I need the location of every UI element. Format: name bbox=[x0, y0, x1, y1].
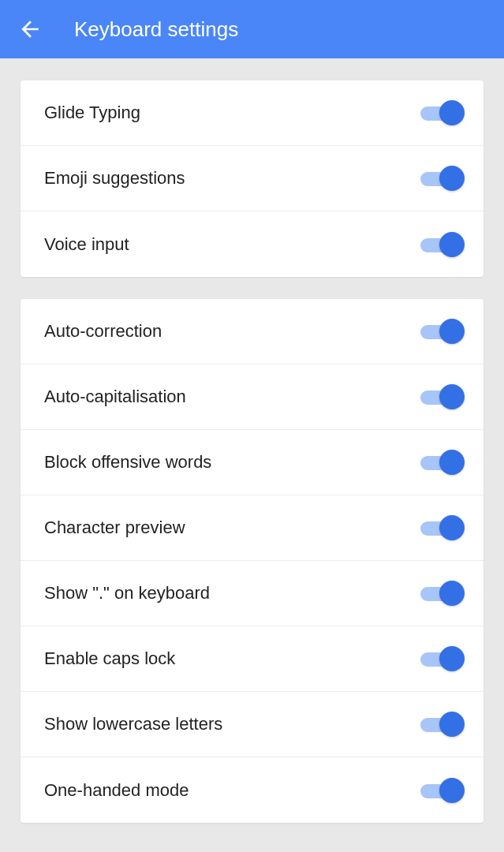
back-button[interactable] bbox=[16, 15, 44, 43]
toggle-emoji-suggestions[interactable] bbox=[420, 166, 465, 191]
setting-row-one-handed-mode[interactable]: One-handed mode bbox=[21, 757, 483, 823]
toggle-thumb bbox=[439, 166, 465, 191]
setting-row-voice-input[interactable]: Voice input bbox=[21, 211, 483, 277]
setting-label: Glide Typing bbox=[44, 103, 140, 123]
settings-group-2: Auto-correction Auto-capitalisation Bloc… bbox=[21, 299, 483, 823]
setting-label: Auto-capitalisation bbox=[44, 387, 186, 407]
toggle-glide-typing[interactable] bbox=[420, 100, 465, 125]
toggle-thumb bbox=[439, 319, 465, 344]
toggle-thumb bbox=[439, 778, 465, 803]
setting-row-emoji-suggestions[interactable]: Emoji suggestions bbox=[21, 146, 483, 211]
setting-label: Character preview bbox=[44, 518, 185, 538]
setting-label: Show lowercase letters bbox=[44, 714, 222, 734]
setting-label: Auto-correction bbox=[44, 321, 162, 342]
setting-row-show-dot[interactable]: Show "." on keyboard bbox=[21, 561, 483, 626]
toggle-voice-input[interactable] bbox=[420, 232, 465, 257]
app-header: Keyboard settings bbox=[0, 0, 504, 58]
setting-label: One-handed mode bbox=[44, 780, 189, 801]
toggle-block-offensive-words[interactable] bbox=[420, 450, 465, 475]
toggle-show-lowercase-letters[interactable] bbox=[420, 712, 465, 737]
back-arrow-icon bbox=[17, 17, 43, 42]
setting-row-show-lowercase-letters[interactable]: Show lowercase letters bbox=[21, 692, 483, 757]
setting-row-character-preview[interactable]: Character preview bbox=[21, 495, 483, 561]
setting-label: Voice input bbox=[44, 234, 129, 255]
toggle-character-preview[interactable] bbox=[420, 515, 465, 540]
toggle-show-dot[interactable] bbox=[420, 581, 465, 606]
toggle-thumb bbox=[439, 515, 465, 540]
toggle-thumb bbox=[439, 100, 465, 125]
setting-label: Show "." on keyboard bbox=[44, 583, 210, 604]
toggle-thumb bbox=[439, 581, 465, 606]
setting-label: Block offensive words bbox=[44, 452, 211, 473]
setting-row-block-offensive-words[interactable]: Block offensive words bbox=[21, 430, 483, 495]
setting-row-enable-caps-lock[interactable]: Enable caps lock bbox=[21, 626, 483, 692]
toggle-one-handed-mode[interactable] bbox=[420, 778, 465, 803]
toggle-thumb bbox=[439, 384, 465, 409]
page-title: Keyboard settings bbox=[74, 17, 238, 42]
setting-row-auto-capitalisation[interactable]: Auto-capitalisation bbox=[21, 364, 483, 430]
toggle-auto-correction[interactable] bbox=[420, 319, 465, 344]
settings-content: Glide Typing Emoji suggestions Voice inp… bbox=[0, 58, 504, 823]
setting-row-auto-correction[interactable]: Auto-correction bbox=[21, 299, 483, 364]
toggle-thumb bbox=[439, 450, 465, 475]
settings-group-1: Glide Typing Emoji suggestions Voice inp… bbox=[21, 80, 483, 277]
setting-row-glide-typing[interactable]: Glide Typing bbox=[21, 80, 483, 146]
toggle-enable-caps-lock[interactable] bbox=[420, 646, 465, 671]
toggle-thumb bbox=[439, 232, 465, 257]
setting-label: Enable caps lock bbox=[44, 648, 175, 669]
toggle-thumb bbox=[439, 712, 465, 737]
toggle-auto-capitalisation[interactable] bbox=[420, 384, 465, 409]
toggle-thumb bbox=[439, 646, 465, 671]
setting-label: Emoji suggestions bbox=[44, 168, 185, 189]
